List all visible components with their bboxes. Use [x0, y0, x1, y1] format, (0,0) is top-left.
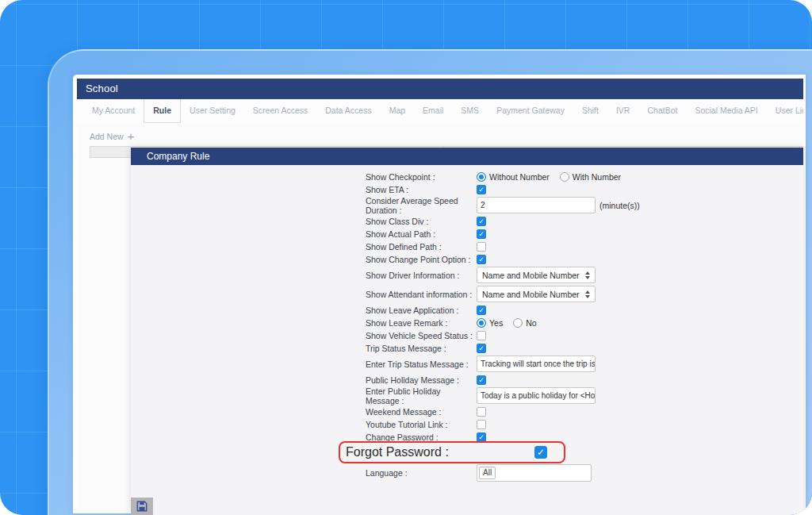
tag-chip[interactable]: All	[479, 467, 496, 479]
field-label: Show Driver Information :	[366, 271, 477, 280]
tab-label: SMS	[461, 106, 479, 115]
add-new-button[interactable]: Add New +	[90, 132, 134, 141]
field-label: Show ETA :	[366, 185, 477, 194]
tab[interactable]: Payment Gateway	[488, 99, 573, 123]
input-value: Today is a public holiday for <Holiday	[481, 391, 596, 400]
tab-label: Rule	[153, 106, 171, 115]
modal-title: Company Rule	[131, 148, 803, 165]
tab[interactable]: Data Access	[316, 99, 380, 123]
add-new-label: Add New	[90, 132, 124, 141]
tab-label: Data Access	[325, 106, 371, 115]
form-row: Show Vehicle Speed Status :	[366, 330, 803, 340]
checkbox[interactable]: ✓	[477, 344, 486, 353]
form-row: Show Attendant information : Name and Mo…	[366, 286, 803, 302]
form-row: Show Actual Path : ✓	[366, 229, 803, 239]
tab[interactable]: Map	[381, 99, 414, 123]
checkbox[interactable]	[477, 242, 486, 252]
select-dropdown[interactable]: Name and Mobile Number	[477, 286, 596, 302]
form-row: Youtube Tutorial Link :	[366, 419, 803, 429]
radio-group: Yes No	[477, 318, 543, 328]
checkbox[interactable]	[477, 331, 486, 340]
radio-label: No	[526, 318, 536, 328]
field-label: Youtube Tutorial Link :	[366, 420, 477, 429]
form-row: Consider Average Speed Duration : 2 (min…	[366, 197, 803, 213]
radio-button[interactable]	[560, 172, 569, 182]
checkbox[interactable]: ✓	[477, 217, 486, 226]
checkbox[interactable]	[477, 420, 486, 429]
select-arrows-icon	[585, 271, 590, 279]
tab-label: Email	[423, 106, 443, 115]
form-row: Show Leave Remark : Yes No	[366, 317, 803, 328]
form-row: Show ETA : ✓	[366, 184, 803, 194]
tab-label: Map	[389, 106, 405, 115]
tab[interactable]: User License	[767, 99, 803, 123]
tab[interactable]: Shift	[573, 99, 607, 123]
radio-option: With Number	[560, 172, 621, 182]
checkbox[interactable]	[477, 407, 486, 417]
radio-button[interactable]	[477, 318, 486, 328]
field-label: Show Leave Application :	[366, 306, 477, 315]
select-dropdown[interactable]: Name and Mobile Number	[477, 267, 596, 283]
tab-label: Shift	[582, 106, 599, 115]
select-arrows-icon	[585, 290, 590, 298]
form-row: Show Leave Application : ✓	[366, 305, 803, 315]
field-label: Show Class Div :	[366, 217, 477, 226]
radio-label: With Number	[573, 172, 621, 182]
input-value: 2	[481, 201, 485, 209]
checkbox[interactable]: ✓	[477, 185, 486, 194]
tab[interactable]: My Account	[83, 99, 144, 123]
checkbox[interactable]: ✓	[477, 306, 486, 315]
form-row: Show Defined Path :	[366, 241, 803, 252]
checkbox[interactable]: ✓	[477, 375, 486, 385]
text-input[interactable]: 2	[477, 197, 596, 213]
field-label: Show Defined Path :	[366, 242, 477, 252]
radio-group: Without Number With Number	[477, 172, 627, 182]
tab-label: Payment Gateway	[496, 106, 565, 115]
tag-input[interactable]: All	[477, 464, 592, 482]
screenshot-frame: School My Account Rule User Setting Scre…	[0, 0, 812, 515]
save-icon	[136, 501, 147, 512]
tab[interactable]: Rule	[144, 99, 181, 123]
field-label: Show Actual Path :	[366, 229, 477, 239]
select-value: Name and Mobile Number	[482, 271, 580, 280]
form-row: Weekend Message :	[366, 406, 803, 417]
radio-button[interactable]	[477, 172, 486, 182]
form-row: Show Change Point Option : ✓	[366, 254, 803, 264]
form-row: Enter Trip Status Message : Tracking wil…	[366, 356, 803, 372]
checkbox[interactable]: ✓	[477, 255, 486, 264]
tab[interactable]: ChatBot	[638, 99, 686, 123]
form-row: Show Driver Information : Name and Mobil…	[366, 267, 803, 283]
checkbox[interactable]: ✓	[477, 432, 486, 442]
tab[interactable]: Screen Access	[244, 99, 316, 123]
tab[interactable]: IVR	[607, 99, 639, 123]
tab[interactable]: SMS	[452, 99, 488, 123]
tab[interactable]: Email	[414, 99, 452, 123]
checkbox[interactable]: ✓	[477, 229, 486, 239]
form-row: Show Class Div : ✓	[366, 216, 803, 226]
tab-label: User Setting	[190, 106, 236, 115]
form-row: Forgot Password : ✓	[339, 441, 565, 463]
field-label: Enter Public Holiday Message :	[366, 386, 477, 405]
page-title: School	[77, 79, 803, 99]
field-label: Language :	[366, 468, 477, 478]
field-label: Show Vehicle Speed Status :	[366, 331, 477, 340]
input-value: Tracking will start once the trip is sta	[481, 359, 596, 368]
field-label: Public Holiday Message :	[366, 375, 477, 385]
tab[interactable]: Social Media API	[686, 99, 766, 123]
save-button[interactable]	[131, 498, 153, 515]
field-label: Trip Status Message :	[366, 344, 477, 353]
field-label: Show Leave Remark :	[366, 318, 477, 328]
field-label: Show Checkpoint :	[366, 172, 477, 182]
text-input[interactable]: Today is a public holiday for <Holiday	[477, 387, 596, 404]
input-suffix: (minute(s))	[599, 201, 640, 210]
text-input[interactable]: Tracking will start once the trip is sta	[477, 356, 596, 372]
field-label: Weekend Message :	[366, 407, 477, 417]
tab-label: ChatBot	[647, 106, 677, 115]
form-row: Trip Status Message : ✓	[366, 343, 803, 353]
checkbox[interactable]: ✓	[534, 446, 547, 459]
field-label: Show Change Point Option :	[366, 255, 477, 264]
tab[interactable]: User Setting	[181, 99, 244, 123]
radio-option: Without Number	[477, 172, 550, 182]
field-label: Consider Average Speed Duration :	[366, 196, 477, 215]
radio-button[interactable]	[513, 318, 523, 328]
